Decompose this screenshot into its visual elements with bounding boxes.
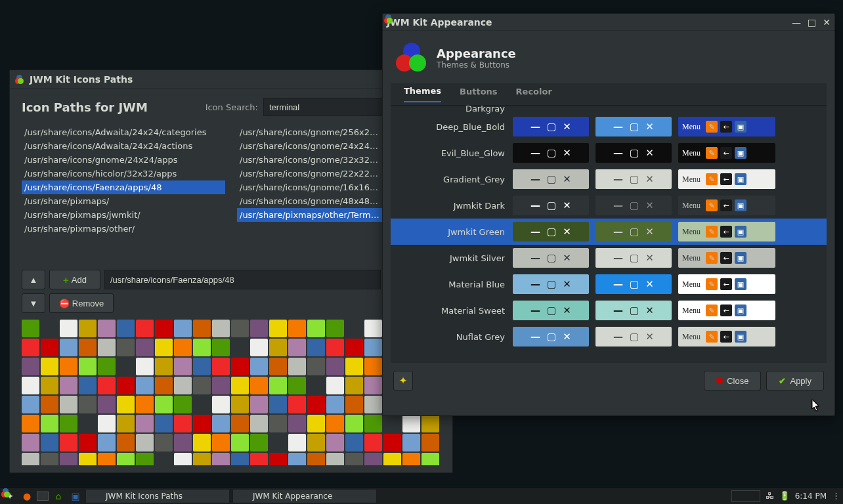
app-icon[interactable] bbox=[269, 320, 287, 337]
app-icon[interactable] bbox=[212, 320, 230, 337]
close-icon[interactable]: ✕ bbox=[823, 17, 831, 28]
tab-buttons[interactable]: Buttons bbox=[460, 87, 498, 102]
app-icon[interactable] bbox=[422, 434, 439, 452]
app-icon[interactable] bbox=[345, 377, 363, 394]
app-icon[interactable] bbox=[383, 453, 401, 465]
app-icon[interactable] bbox=[326, 358, 344, 375]
menu-icon[interactable]: ⋮ bbox=[832, 491, 840, 501]
app-icon[interactable] bbox=[60, 339, 77, 356]
app-icon[interactable] bbox=[193, 415, 211, 432]
app-icon[interactable] bbox=[326, 434, 344, 452]
app-icon[interactable] bbox=[60, 434, 77, 452]
app-icon[interactable] bbox=[155, 358, 173, 375]
app-icon[interactable] bbox=[41, 339, 58, 356]
app-icon[interactable] bbox=[383, 415, 401, 432]
app-icon[interactable] bbox=[117, 396, 135, 413]
app-icon[interactable] bbox=[79, 339, 97, 356]
app-icon[interactable] bbox=[288, 339, 306, 356]
app-icon[interactable] bbox=[212, 434, 230, 452]
move-down-button[interactable]: ▼ bbox=[22, 293, 45, 313]
app-icon[interactable] bbox=[345, 434, 363, 452]
path-item[interactable]: /usr/share/pixmaps/ bbox=[22, 194, 225, 208]
app-icon[interactable] bbox=[383, 434, 401, 452]
app-icon[interactable] bbox=[402, 453, 420, 465]
minimize-icon[interactable]: — bbox=[792, 17, 801, 28]
app-icon[interactable] bbox=[345, 358, 363, 375]
app-icon[interactable] bbox=[41, 377, 58, 394]
app-icon[interactable] bbox=[193, 358, 211, 375]
app-icon[interactable] bbox=[231, 377, 249, 394]
app-icon[interactable] bbox=[345, 396, 363, 413]
path-item[interactable]: /usr/share/icons/hicolor/32x32/apps bbox=[22, 167, 225, 180]
app-icon[interactable] bbox=[98, 358, 116, 375]
app-icon[interactable] bbox=[250, 358, 268, 375]
app-icon[interactable] bbox=[174, 415, 192, 432]
app-icon[interactable] bbox=[288, 358, 306, 375]
path-entry[interactable] bbox=[104, 270, 381, 289]
app-icon[interactable] bbox=[174, 377, 192, 394]
app-icon[interactable] bbox=[212, 453, 230, 465]
app-icon[interactable] bbox=[155, 453, 173, 465]
appearance-titlebar[interactable]: JWM Kit Appearance — □ ✕ bbox=[383, 14, 834, 31]
taskbar-item-appearance[interactable]: JWM Kit Appearance bbox=[232, 489, 377, 503]
theme-row[interactable]: Jwmkit Green —▢✕ —▢✕ Menu ✎ ← ▣ bbox=[391, 219, 827, 245]
app-icon[interactable] bbox=[231, 320, 249, 337]
tab-recolor[interactable]: Recolor bbox=[516, 87, 552, 102]
app-icon[interactable] bbox=[231, 339, 249, 356]
app-icon[interactable] bbox=[79, 358, 97, 375]
remove-button[interactable]: ⛔Remove bbox=[49, 293, 114, 313]
app-icon[interactable] bbox=[60, 377, 77, 394]
app-icon[interactable] bbox=[79, 415, 97, 432]
workspace-switcher[interactable] bbox=[731, 490, 760, 502]
app-icon[interactable] bbox=[155, 396, 173, 413]
app-icon[interactable] bbox=[307, 320, 325, 337]
app-icon[interactable] bbox=[174, 396, 192, 413]
path-item[interactable]: /usr/share/pixmaps/jwmkit/ bbox=[22, 208, 225, 222]
app-icon[interactable] bbox=[307, 415, 325, 432]
app-icon[interactable] bbox=[231, 453, 249, 465]
app-icon[interactable] bbox=[136, 339, 154, 356]
close-button[interactable]: Close bbox=[704, 371, 761, 390]
app-icon[interactable] bbox=[193, 453, 211, 465]
app-icon[interactable] bbox=[250, 415, 268, 432]
app-icon[interactable] bbox=[22, 377, 39, 394]
app-icon[interactable] bbox=[98, 415, 116, 432]
app-icon[interactable] bbox=[174, 339, 192, 356]
app-icon[interactable] bbox=[136, 453, 154, 465]
app-icon[interactable] bbox=[117, 415, 135, 432]
app-icon[interactable] bbox=[307, 339, 325, 356]
app-icon[interactable] bbox=[174, 320, 192, 337]
app-icon[interactable] bbox=[326, 320, 344, 337]
app-icon[interactable] bbox=[231, 358, 249, 375]
app-icon[interactable] bbox=[60, 358, 77, 375]
app-icon[interactable] bbox=[79, 434, 97, 452]
app-icon[interactable] bbox=[212, 377, 230, 394]
app-icon[interactable] bbox=[155, 339, 173, 356]
app-icon[interactable] bbox=[193, 339, 211, 356]
app-icon[interactable] bbox=[364, 453, 382, 465]
app-icon[interactable] bbox=[402, 434, 420, 452]
app-icon[interactable] bbox=[136, 320, 154, 337]
app-icon[interactable] bbox=[98, 377, 116, 394]
app-icon[interactable] bbox=[41, 358, 58, 375]
app-icon[interactable] bbox=[136, 396, 154, 413]
app-icon[interactable] bbox=[117, 377, 135, 394]
app-icon[interactable] bbox=[250, 339, 268, 356]
themes-list[interactable]: Darkgray Deep_Blue_Bold —▢✕ —▢✕ Menu ✎ ←… bbox=[391, 106, 827, 363]
app-icon[interactable] bbox=[22, 415, 39, 432]
app-icon[interactable] bbox=[364, 320, 382, 337]
app-icon[interactable] bbox=[174, 358, 192, 375]
app-icon[interactable] bbox=[422, 453, 439, 465]
app-icon[interactable] bbox=[41, 453, 58, 465]
network-icon[interactable]: 🖧 bbox=[766, 491, 774, 501]
app-icon[interactable] bbox=[269, 377, 287, 394]
home-icon[interactable]: ⌂ bbox=[51, 489, 66, 503]
app-icon[interactable] bbox=[60, 415, 77, 432]
app-icon[interactable] bbox=[212, 396, 230, 413]
path-item[interactable]: /usr/share/icons/Faenza/apps/48 bbox=[22, 180, 225, 194]
app-icon[interactable] bbox=[193, 434, 211, 452]
taskbar-item-icons[interactable]: JWM Kit Icons Paths bbox=[85, 489, 230, 503]
app-icon[interactable] bbox=[288, 453, 306, 465]
path-item[interactable]: /usr/share/pixmaps/other/ bbox=[22, 222, 225, 236]
app-icon[interactable] bbox=[364, 434, 382, 452]
